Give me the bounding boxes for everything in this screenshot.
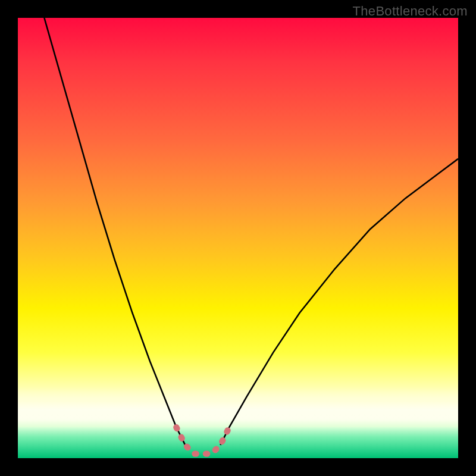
left-curve	[44, 18, 185, 445]
curve-layer	[18, 18, 458, 458]
chart-frame: TheBottleneck.com	[0, 0, 476, 476]
plot-area	[18, 18, 458, 458]
valley-highlight	[176, 427, 229, 453]
right-curve	[220, 159, 458, 445]
watermark-text: TheBottleneck.com	[353, 4, 468, 19]
